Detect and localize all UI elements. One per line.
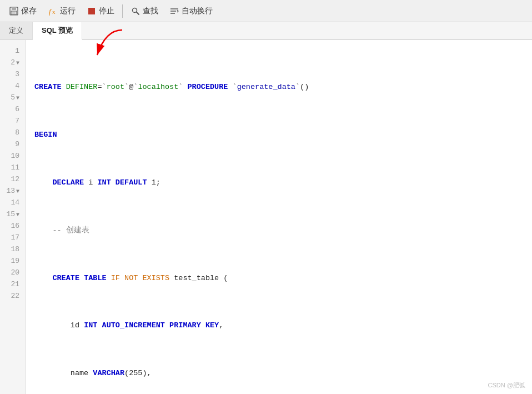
- line-num-3: 3: [0, 69, 25, 81]
- stop-icon: [87, 6, 97, 16]
- line-num-18: 18: [0, 244, 25, 256]
- toolbar-divider-1: [122, 4, 123, 18]
- line-num-6: 6: [0, 104, 25, 116]
- line-num-22: 22: [0, 291, 25, 302]
- stop-label: 停止: [99, 6, 114, 16]
- line-num-9: 9: [0, 139, 25, 151]
- find-label: 查找: [143, 6, 158, 16]
- tabs-bar: 定义 SQL 预览: [0, 22, 532, 40]
- line-num-14: 14: [0, 197, 25, 209]
- save-icon: [9, 6, 19, 16]
- find-icon: [131, 6, 140, 16]
- line-num-19: 19: [0, 256, 25, 267]
- line-num-20: 20: [0, 267, 25, 279]
- autowrap-button[interactable]: 自动换行: [165, 5, 217, 17]
- line-num-15: 15▼: [0, 209, 25, 221]
- tab-sql-preview[interactable]: SQL 预览: [33, 22, 82, 40]
- line-num-2: 2▼: [0, 57, 25, 69]
- toolbar: 保存 f x 运行 停止 查找: [0, 0, 532, 22]
- code-line-7: name VARCHAR(255),: [34, 367, 523, 379]
- autowrap-label: 自动换行: [182, 6, 213, 16]
- code-line-1: CREATE DEFINER=`root`@`localhost` PROCED…: [34, 82, 523, 93]
- code-line-4: -- 创建表: [34, 225, 523, 236]
- line-num-10: 10: [0, 151, 25, 162]
- autowrap-icon: [169, 6, 179, 16]
- stop-button[interactable]: 停止: [82, 5, 119, 17]
- code-line-5: CREATE TABLE IF NOT EXISTS test_table (: [34, 272, 523, 284]
- watermark-text: CSDN @肥弧: [488, 382, 525, 388]
- find-button[interactable]: 查找: [126, 5, 163, 17]
- line-num-12: 12: [0, 174, 25, 186]
- code-area[interactable]: 1 2▼ 3 4 5▼ 6 7 8 9 10 11 12 13▼ 14 15▼ …: [0, 40, 532, 394]
- run-label: 运行: [60, 6, 76, 16]
- watermark: CSDN @肥弧: [488, 381, 525, 390]
- code-line-6: id INT AUTO_INCREMENT PRIMARY KEY,: [34, 320, 523, 332]
- save-button[interactable]: 保存: [4, 5, 41, 17]
- tab-sql-preview-label: SQL 预览: [42, 26, 73, 36]
- code-line-3: DECLARE i INT DEFAULT 1;: [34, 177, 523, 188]
- svg-line-8: [137, 12, 139, 14]
- line-num-21: 21: [0, 279, 25, 291]
- line-num-7: 7: [0, 116, 25, 127]
- line-num-13: 13▼: [0, 186, 25, 197]
- svg-rect-6: [88, 8, 95, 14]
- tab-definition[interactable]: 定义: [0, 22, 33, 39]
- code-content[interactable]: CREATE DEFINER=`root`@`localhost` PROCED…: [26, 40, 532, 394]
- save-label: 保存: [21, 6, 37, 16]
- line-numbers: 1 2▼ 3 4 5▼ 6 7 8 9 10 11 12 13▼ 14 15▼ …: [0, 40, 26, 394]
- line-num-8: 8: [0, 127, 25, 139]
- line-num-11: 11: [0, 162, 25, 174]
- run-icon: f x: [48, 6, 58, 16]
- svg-rect-3: [12, 12, 16, 14]
- line-num-17: 17: [0, 232, 25, 244]
- svg-text:x: x: [52, 8, 56, 15]
- run-button[interactable]: f x 运行: [43, 5, 80, 17]
- line-num-5: 5▼: [0, 92, 25, 104]
- line-num-1: 1: [0, 46, 25, 57]
- svg-rect-1: [12, 7, 16, 10]
- code-line-2: BEGIN: [34, 129, 523, 141]
- tab-definition-label: 定义: [9, 26, 23, 36]
- line-num-4: 4: [0, 81, 25, 92]
- line-num-16: 16: [0, 221, 25, 232]
